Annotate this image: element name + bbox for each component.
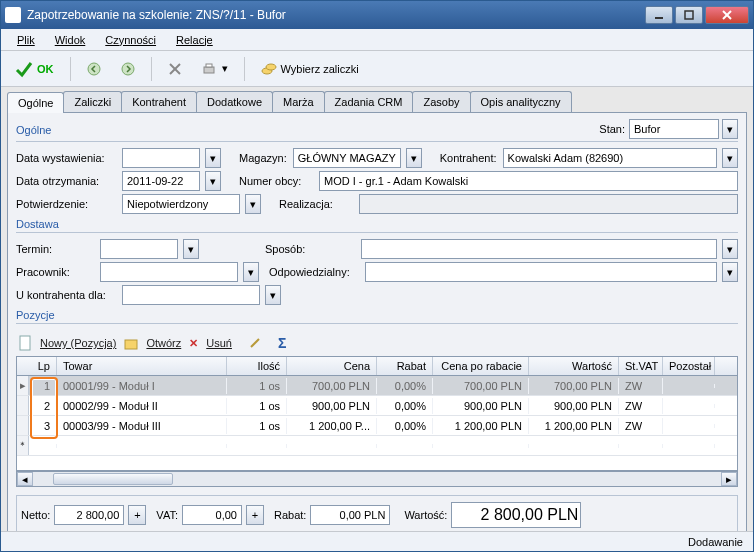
- cell-wartosc: 700,00 PLN: [529, 378, 619, 394]
- realizacja-label: Realizacja:: [279, 198, 353, 210]
- edit-icon[interactable]: [248, 336, 262, 350]
- wybierz-zaliczki-button[interactable]: Wybierz zaliczki: [253, 58, 367, 80]
- menu-relacje[interactable]: Relacje: [168, 32, 221, 48]
- svg-rect-13: [125, 340, 137, 349]
- termin-dropdown[interactable]: ▾: [183, 239, 199, 259]
- otworz-button[interactable]: Otwórz: [146, 337, 181, 349]
- sposob-input[interactable]: [361, 239, 717, 259]
- magazyn-dropdown[interactable]: ▾: [406, 148, 422, 168]
- cell-stvat: ZW: [619, 378, 663, 394]
- cell-lp: 3: [29, 418, 57, 434]
- data-otrz-input[interactable]: [122, 171, 200, 191]
- numer-obcy-input[interactable]: [319, 171, 738, 191]
- tab-zasoby[interactable]: Zasoby: [412, 91, 470, 112]
- menu-czynnosci[interactable]: Czynności: [97, 32, 164, 48]
- print-button[interactable]: ▾: [194, 58, 236, 80]
- window-title: Zapotrzebowanie na szkolenie: ZNS/?/11 -…: [27, 8, 645, 22]
- kontrahent-dropdown[interactable]: ▾: [722, 148, 738, 168]
- nowy-pozycja-button[interactable]: Nowy (Pozycja): [40, 337, 116, 349]
- col-wartosc[interactable]: Wartość: [529, 357, 619, 375]
- tab-zaliczki[interactable]: Zaliczki: [63, 91, 122, 112]
- data-otrz-dropdown[interactable]: ▾: [205, 171, 221, 191]
- cell-lp: 2: [29, 398, 57, 414]
- scroll-right-button[interactable]: ▸: [721, 472, 737, 486]
- col-towar[interactable]: Towar: [57, 357, 227, 375]
- table-row[interactable]: 2 00002/99 - Moduł II 1 os 900,00 PLN 0,…: [17, 396, 737, 416]
- cell-rabat: 0,00%: [377, 398, 433, 414]
- odpowiedzialny-dropdown[interactable]: ▾: [722, 262, 738, 282]
- tab-dodatkowe[interactable]: Dodatkowe: [196, 91, 273, 112]
- sposob-dropdown[interactable]: ▾: [722, 239, 738, 259]
- sum-icon[interactable]: Σ: [278, 335, 286, 351]
- section-pozycje-label: Pozycje: [16, 309, 738, 321]
- kontrahent-input[interactable]: [503, 148, 717, 168]
- table-row[interactable]: 3 00003/99 - Moduł III 1 os 1 200,00 P..…: [17, 416, 737, 436]
- cell-ilosc: 1 os: [227, 418, 287, 434]
- open-icon: [124, 336, 138, 350]
- print-icon: [202, 62, 216, 76]
- nav-fwd-button[interactable]: [113, 58, 143, 80]
- rabat-input[interactable]: [310, 505, 390, 525]
- ukontr-input[interactable]: [122, 285, 260, 305]
- scroll-thumb[interactable]: [53, 473, 173, 485]
- svg-rect-8: [204, 67, 214, 73]
- minimize-button[interactable]: [645, 6, 673, 24]
- table-row-new[interactable]: ＊: [17, 436, 737, 456]
- svg-rect-12: [20, 336, 30, 350]
- ukontr-label: U kontrahenta dla:: [16, 289, 116, 301]
- tab-zadania-crm[interactable]: Zadania CRM: [324, 91, 414, 112]
- data-wyst-dropdown[interactable]: ▾: [205, 148, 221, 168]
- cell-pozostalo: [663, 424, 715, 428]
- col-lp[interactable]: Lp: [29, 357, 57, 375]
- pracownik-dropdown[interactable]: ▾: [243, 262, 259, 282]
- cell-cena: 900,00 PLN: [287, 398, 377, 414]
- section-ogolne-label: Ogólne: [16, 124, 51, 136]
- status-text: Dodawanie: [688, 536, 743, 548]
- pozycje-grid[interactable]: Lp Towar Ilość Cena Rabat Cena po rabaci…: [16, 356, 738, 471]
- col-rabat[interactable]: Rabat: [377, 357, 433, 375]
- termin-input[interactable]: [100, 239, 178, 259]
- col-ilosc[interactable]: Ilość: [227, 357, 287, 375]
- stan-select[interactable]: [629, 119, 719, 139]
- netto-input[interactable]: [54, 505, 124, 525]
- stan-dropdown-button[interactable]: ▾: [722, 119, 738, 139]
- potwierdzenie-input[interactable]: [122, 194, 240, 214]
- ukontr-dropdown[interactable]: ▾: [265, 285, 281, 305]
- close-button[interactable]: [705, 6, 749, 24]
- vat-label: VAT:: [156, 509, 178, 521]
- table-row[interactable]: ▸ 1 00001/99 - Moduł I 1 os 700,00 PLN 0…: [17, 376, 737, 396]
- vat-input[interactable]: [182, 505, 242, 525]
- tab-marza[interactable]: Marża: [272, 91, 325, 112]
- data-wyst-input[interactable]: [122, 148, 200, 168]
- magazyn-input[interactable]: [293, 148, 401, 168]
- svg-point-4: [88, 63, 100, 75]
- app-icon: [5, 7, 21, 23]
- odpowiedzialny-input[interactable]: [365, 262, 717, 282]
- new-doc-icon: [18, 335, 32, 351]
- col-cenar[interactable]: Cena po rabacie: [433, 357, 529, 375]
- maximize-button[interactable]: [675, 6, 703, 24]
- vat-plus-button[interactable]: +: [246, 505, 264, 525]
- tab-kontrahent[interactable]: Kontrahent: [121, 91, 197, 112]
- col-pozostalo[interactable]: Pozostał: [663, 357, 715, 375]
- row-marker: [17, 396, 29, 415]
- tab-ogolne[interactable]: Ogólne: [7, 92, 64, 113]
- potwierdzenie-dropdown[interactable]: ▾: [245, 194, 261, 214]
- tools-button[interactable]: [160, 58, 190, 80]
- pracownik-input[interactable]: [100, 262, 238, 282]
- horizontal-scrollbar[interactable]: ◂ ▸: [16, 471, 738, 487]
- kontrahent-label: Kontrahent:: [440, 152, 497, 164]
- tab-opis[interactable]: Opis analityczny: [470, 91, 572, 112]
- menu-widok[interactable]: Widok: [47, 32, 94, 48]
- ok-button[interactable]: OK: [7, 56, 62, 82]
- scroll-left-button[interactable]: ◂: [17, 472, 33, 486]
- usun-button[interactable]: Usuń: [206, 337, 232, 349]
- realizacja-input: [359, 194, 738, 214]
- toolbar-separator: [70, 57, 71, 81]
- col-stvat[interactable]: St.VAT: [619, 357, 663, 375]
- stan-label: Stan:: [599, 123, 625, 135]
- nav-back-button[interactable]: [79, 58, 109, 80]
- netto-plus-button[interactable]: +: [128, 505, 146, 525]
- menu-plik[interactable]: Plik: [9, 32, 43, 48]
- col-cena[interactable]: Cena: [287, 357, 377, 375]
